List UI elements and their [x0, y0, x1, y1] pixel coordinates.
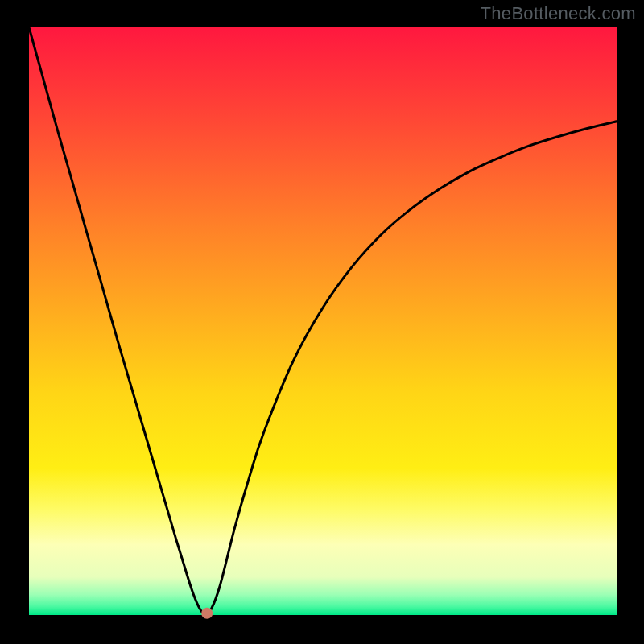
marker-dot — [201, 608, 213, 619]
plot-background — [29, 27, 617, 615]
watermark-text: TheBottleneck.com — [481, 3, 636, 24]
chart-container: TheBottleneck.com — [0, 0, 644, 644]
chart-svg — [0, 0, 644, 644]
